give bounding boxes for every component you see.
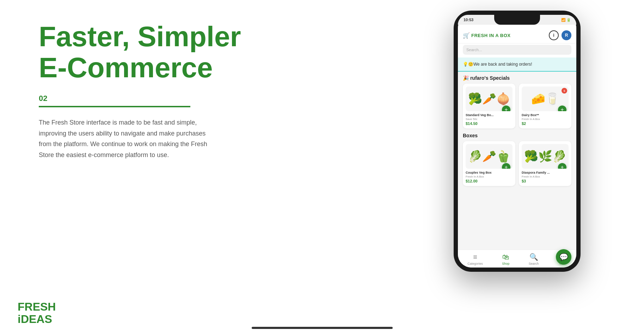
logo-line1: FRESH <box>18 301 56 313</box>
dairy-price: $2 <box>522 121 569 126</box>
diaspora-image: 🥦🌿🥬 + <box>522 144 569 169</box>
shop-label: Shop <box>502 262 509 265</box>
product-card-diaspora[interactable]: 🥦🌿🥬 + Diaspora Family ... Fresh In A Box… <box>519 141 571 186</box>
search-label: Search <box>529 262 539 265</box>
categories-label: Categories <box>467 262 483 265</box>
search-icon: 🔍 <box>529 253 538 261</box>
diaspora-name: Diaspora Family ... <box>522 171 569 174</box>
veg-box-price: $14.50 <box>466 121 513 126</box>
fab-icon: 💬 <box>559 253 568 261</box>
dairy-sub: Fresh In A Box <box>522 118 569 121</box>
diaspora-sub: Fresh In A Box <box>522 175 569 178</box>
product-card-veg-box[interactable]: 🥦🥕🧅 + Standard Veg Bo... Save 50c $14.50 <box>463 84 515 128</box>
product-card-dairy[interactable]: 🧀🥛 S + Dairy Box** Fresh In A Box $2 <box>519 84 571 128</box>
add-couples-veg-button[interactable]: + <box>502 163 510 169</box>
diaspora-emoji: 🥦🌿🥬 <box>524 150 566 163</box>
veg-box-name: Standard Veg Bo... <box>466 113 513 117</box>
phone-mockup: 10:53 📶 🔋 🛒 FRESH IN A BOX i R <box>454 11 581 272</box>
categories-icon: ≡ <box>473 253 477 261</box>
shop-icon: 🛍 <box>502 253 509 261</box>
veg-emoji: 🥦🥕🧅 <box>468 92 510 106</box>
veg-box-sub: Save 50c <box>466 118 513 121</box>
bottom-nav: ≡ Categories 🛍 Shop 🔍 Search 🛒 8 Cart <box>458 250 576 268</box>
sale-badge: S <box>562 88 567 94</box>
phone-outer: 10:53 📶 🔋 🛒 FRESH IN A BOX i R <box>454 11 581 272</box>
app-search-input[interactable]: Search... <box>463 45 571 55</box>
heading-line1: Faster, Simpler <box>39 21 241 52</box>
add-dairy-button[interactable]: + <box>558 106 566 111</box>
boxes-row: 🥬🥕🫑 + Couples Veg Box Fresh In A Box $12… <box>463 141 571 186</box>
heading-line2: E-Commerce <box>39 52 213 83</box>
user-avatar[interactable]: R <box>562 30 571 40</box>
main-heading: Faster, Simpler E-Commerce <box>39 21 257 83</box>
status-time: 10:53 <box>464 18 473 22</box>
battery-icon: 📶 <box>561 18 565 22</box>
description-text: The Fresh Store interface is made to be … <box>39 117 208 160</box>
dairy-image: 🧀🥛 S + <box>522 86 569 111</box>
logo-line2: iDEAS <box>18 313 56 325</box>
bottom-logo: FRESH iDEAS <box>18 301 56 325</box>
specials-row: 🥦🥕🧅 + Standard Veg Bo... Save 50c $14.50… <box>463 84 571 128</box>
couples-veg-emoji: 🥬🥕🫑 <box>468 150 510 163</box>
signal-icon: 🔋 <box>566 18 571 22</box>
dairy-emoji: 🧀🥛 <box>531 92 559 106</box>
couples-veg-name: Couples Veg Box <box>466 171 513 174</box>
fab-button[interactable]: 💬 <box>556 249 571 265</box>
search-placeholder: Search... <box>466 48 482 52</box>
header-actions: i R <box>549 30 571 40</box>
diaspora-price: $3 <box>522 179 569 183</box>
divider-line <box>39 106 190 107</box>
nav-categories[interactable]: ≡ Categories <box>467 253 483 265</box>
add-diaspora-button[interactable]: + <box>558 163 566 169</box>
nav-shop[interactable]: 🛍 Shop <box>502 253 509 265</box>
veg-box-image: 🥦🥕🧅 + <box>466 86 513 111</box>
left-section: Faster, Simpler E-Commerce 02 The Fresh … <box>39 21 257 160</box>
banner-text: 💡🙂We are back and taking orders! <box>463 62 532 67</box>
info-button[interactable]: i <box>549 30 559 40</box>
boxes-title: Boxes <box>463 133 571 138</box>
app-banner: 💡🙂We are back and taking orders! <box>458 58 576 72</box>
bottom-bar <box>252 327 393 329</box>
couples-veg-sub: Fresh In A Box <box>466 175 513 178</box>
app-content: 🎉 rufaro's Specials 🥦🥕🧅 + Standard Veg B… <box>458 72 576 250</box>
dairy-name: Dairy Box** <box>522 113 569 117</box>
couples-veg-image: 🥬🥕🫑 + <box>466 144 513 169</box>
phone-screen: 10:53 📶 🔋 🛒 FRESH IN A BOX i R <box>458 15 576 268</box>
specials-title: 🎉 rufaro's Specials <box>463 75 571 81</box>
slide-number: 02 <box>39 94 257 103</box>
app-name: FRESH IN A BOX <box>471 33 511 38</box>
logo-icon: 🛒 <box>463 32 470 39</box>
app-logo: 🛒 FRESH IN A BOX <box>463 32 511 39</box>
couples-veg-price: $12.00 <box>466 179 513 183</box>
add-veg-box-button[interactable]: + <box>502 106 510 111</box>
phone-notch <box>494 15 540 25</box>
nav-search[interactable]: 🔍 Search <box>529 253 539 265</box>
status-icons: 📶 🔋 <box>561 18 571 22</box>
product-card-couples-veg[interactable]: 🥬🥕🫑 + Couples Veg Box Fresh In A Box $12… <box>463 141 515 186</box>
app-search-area: Search... <box>458 43 576 58</box>
